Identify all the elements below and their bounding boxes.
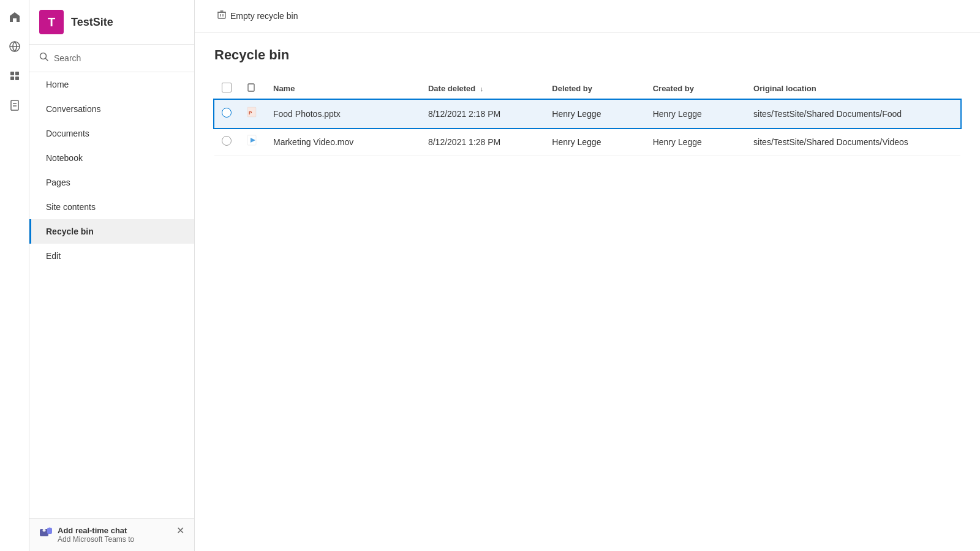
main-content: Empty recycle bin Recycle bin Name Date … [195,0,980,551]
svg-rect-5 [11,100,18,110]
sidebar-item-documents[interactable]: Documents [29,121,194,146]
close-promo-button[interactable]: ✕ [176,526,184,536]
teams-promo: Add real-time chat Add Microsoft Teams t… [39,526,184,544]
row-2-created-by: Henry Legge [646,128,746,156]
row-1-file-icon-cell: P [239,100,266,128]
row-1-deleted-by: Henry Legge [545,100,645,128]
content-area: Recycle bin Name Date deleted ↓ Deleted … [195,32,980,551]
apps-rail-icon[interactable] [5,66,24,86]
select-all-checkbox[interactable] [222,83,232,92]
row-2-date-deleted: 8/12/2021 1:28 PM [421,128,545,156]
col-header-deleted-by[interactable]: Deleted by [545,78,645,100]
row-1-checkbox[interactable] [222,108,232,118]
empty-recycle-bin-button[interactable]: Empty recycle bin [209,6,305,26]
table-row[interactable]: P Food Photos.pptx 8/12/2021 2:18 PM Hen… [214,100,960,128]
nav-menu: Home Conversations Documents Notebook Pa… [29,72,194,518]
search-box[interactable]: Search [29,45,194,72]
table-row[interactable]: Marketing Video.mov 8/12/2021 1:28 PM He… [214,128,960,156]
sidebar-item-notebook[interactable]: Notebook [29,146,194,170]
empty-recycle-bin-label: Empty recycle bin [230,11,298,21]
home-rail-icon[interactable] [5,7,24,27]
row-2-name: Marketing Video.mov [266,128,421,156]
pptx-icon: P [246,108,258,121]
page-title: Recycle bin [214,47,960,63]
svg-rect-3 [10,77,14,80]
row-2-checkbox[interactable] [222,136,232,146]
sidebar-item-site-contents[interactable]: Site contents [29,195,194,219]
svg-rect-1 [10,72,14,75]
teams-promo-subtitle: Add Microsoft Teams to [58,535,134,544]
recycle-table: Name Date deleted ↓ Deleted by Created b… [214,78,960,156]
row-2-original-location: sites/TestSite/Shared Documents/Videos [746,128,960,156]
col-header-created-by[interactable]: Created by [646,78,746,100]
pages-rail-icon[interactable] [5,96,24,115]
teams-promo-title: Add real-time chat [58,526,134,535]
sidebar-item-edit[interactable]: Edit [29,244,194,268]
row-1-created-by: Henry Legge [646,100,746,128]
search-label: Search [54,53,81,63]
row-1-date-deleted: 8/12/2021 2:18 PM [421,100,545,128]
sidebar-item-conversations[interactable]: Conversations [29,97,194,121]
row-1-checkbox-cell [214,100,239,128]
sidebar: T TestSite Search Home Conversations Doc… [29,0,195,551]
table-header: Name Date deleted ↓ Deleted by Created b… [214,78,960,100]
col-header-original-location[interactable]: Original location [746,78,960,100]
col-header-date-deleted[interactable]: Date deleted ↓ [421,78,545,100]
left-rail [0,0,29,551]
row-2-checkbox-cell [214,128,239,156]
toolbar: Empty recycle bin [195,0,980,32]
site-title: TestSite [71,16,113,29]
teams-promo-text: Add real-time chat Add Microsoft Teams t… [58,526,134,544]
col-header-name[interactable]: Name [266,78,421,100]
globe-rail-icon[interactable] [5,37,24,56]
sidebar-item-pages[interactable]: Pages [29,170,194,195]
svg-rect-4 [15,77,19,80]
col-header-checkbox [214,78,239,100]
sidebar-item-home[interactable]: Home [29,72,194,97]
search-icon [39,52,49,64]
svg-line-9 [46,59,48,61]
table-body: P Food Photos.pptx 8/12/2021 2:18 PM Hen… [214,100,960,156]
sidebar-header: T TestSite [29,0,194,45]
row-2-file-icon-cell [239,128,266,156]
trash-icon [217,10,227,22]
row-1-name: Food Photos.pptx [266,100,421,128]
site-logo: T [39,10,64,34]
teams-icon [39,526,53,542]
mov-icon [246,137,258,149]
svg-point-12 [48,528,51,531]
sort-arrow-icon: ↓ [480,85,484,92]
svg-rect-17 [248,84,254,91]
row-2-deleted-by: Henry Legge [545,128,645,156]
svg-rect-14 [218,12,225,18]
col-header-file-icon [239,78,266,100]
svg-text:P: P [249,110,252,116]
svg-rect-2 [15,72,19,75]
row-1-original-location: sites/TestSite/Shared Documents/Food [746,100,960,128]
svg-point-13 [43,529,46,532]
sidebar-footer: Add real-time chat Add Microsoft Teams t… [29,518,194,551]
sidebar-item-recycle-bin[interactable]: Recycle bin [29,219,194,244]
